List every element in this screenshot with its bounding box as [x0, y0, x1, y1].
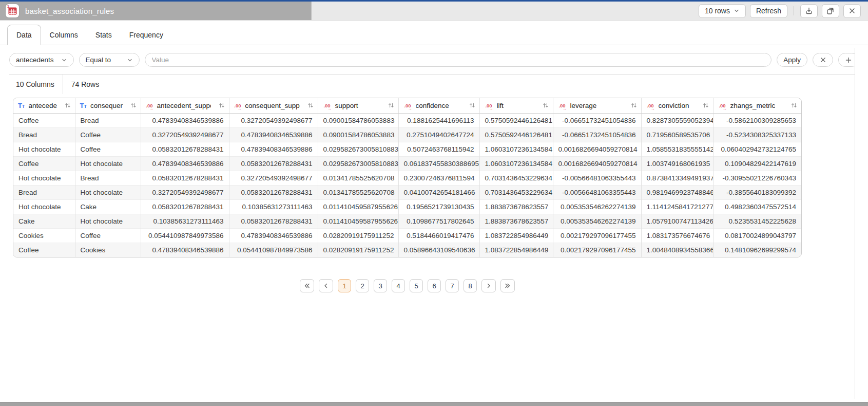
cell-conviction[interactable]: 0.719560589535706	[641, 127, 713, 142]
cell-zhangs_metric[interactable]: 0.060402942732124765	[713, 142, 801, 156]
sort-icon[interactable]	[790, 102, 798, 109]
cell-confidence[interactable]: 0.2751049402647724	[398, 127, 479, 142]
cell-consequents[interactable]: Cake	[75, 199, 141, 214]
column-header-zhangs_metric[interactable]: .00→zhangs_metric	[713, 98, 801, 113]
sort-icon[interactable]	[702, 102, 709, 109]
tab-frequency[interactable]: Frequency	[121, 25, 172, 45]
cell-confidence[interactable]: 0.5184466019417476	[398, 228, 479, 243]
cell-leverage[interactable]: 0.002179297096177455	[553, 243, 641, 257]
cell-support[interactable]: 0.01341785525620708	[318, 171, 398, 185]
cell-lift[interactable]: 1.883873678623557	[479, 214, 553, 228]
cell-antecedent_support[interactable]: 0.32720549392498677	[141, 127, 229, 142]
cell-consequent_support[interactable]: 0.32720549392498677	[229, 113, 318, 127]
cell-zhangs_metric[interactable]: 0.14810962699299574	[713, 243, 801, 257]
cell-antecedents[interactable]: Cookies	[13, 228, 75, 243]
cell-lift[interactable]: 0.7031436453229634	[479, 171, 553, 185]
page-button-8[interactable]: 8	[464, 279, 477, 292]
cell-lift[interactable]: 1.883873678623557	[479, 199, 553, 214]
sort-icon[interactable]	[542, 102, 549, 109]
cell-zhangs_metric[interactable]: 0.5235531452225628	[713, 214, 801, 228]
sort-icon[interactable]	[130, 102, 137, 109]
cell-consequent_support[interactable]: 0.47839408346539886	[229, 127, 318, 142]
cell-antecedent_support[interactable]: 0.054410987849973586	[141, 228, 229, 243]
page-button-7[interactable]: 7	[446, 279, 459, 292]
cell-antecedent_support[interactable]: 0.10385631273111463	[141, 214, 229, 228]
open-in-new-window-button[interactable]	[822, 4, 839, 18]
filter-column-dropdown[interactable]: antecedents	[9, 53, 74, 67]
cell-confidence[interactable]: 0.04100742654181466	[398, 185, 479, 199]
cell-support[interactable]: 0.02820919175911252	[318, 228, 398, 243]
cell-support[interactable]: 0.09001584786053883	[318, 127, 398, 142]
cell-antecedents[interactable]: Bread	[13, 127, 75, 142]
column-header-antecedents[interactable]: TTantecedents	[13, 98, 75, 113]
close-button[interactable]	[843, 4, 861, 18]
cell-conviction[interactable]: 1.0579100747113426	[641, 214, 713, 228]
cell-lift[interactable]: 1.083722854986449	[479, 228, 553, 243]
page-button-1[interactable]: 1	[338, 279, 351, 292]
cell-lift[interactable]: 1.0603107236134584	[479, 142, 553, 156]
cell-leverage[interactable]: -0.00566481063355443	[553, 185, 641, 199]
cell-confidence[interactable]: 0.1881625441696113	[398, 113, 479, 127]
cell-consequent_support[interactable]: 0.05832012678288431	[229, 214, 318, 228]
page-button-2[interactable]: 2	[356, 279, 369, 292]
filter-value-input[interactable]	[145, 53, 772, 67]
cell-zhangs_metric[interactable]: -0.5862100309285653	[713, 113, 801, 127]
title-bar-tab[interactable]: 1 basket_association_rules	[0, 2, 312, 20]
cell-antecedents[interactable]: Coffee	[13, 113, 75, 127]
cell-consequents[interactable]: Coffee	[75, 228, 141, 243]
cell-consequents[interactable]: Hot chocolate	[75, 156, 141, 171]
cell-consequent_support[interactable]: 0.47839408346539886	[229, 142, 318, 156]
cell-lift[interactable]: 1.083722854986449	[479, 243, 553, 257]
sort-icon[interactable]	[630, 102, 638, 109]
cell-antecedent_support[interactable]: 0.47839408346539886	[141, 243, 229, 257]
cell-leverage[interactable]: 0.002179297096177455	[553, 228, 641, 243]
cell-confidence[interactable]: 0.23007246376811594	[398, 171, 479, 185]
cell-lift[interactable]: 0.5750592446126481	[479, 127, 553, 142]
cell-antecedents[interactable]: Cake	[13, 214, 75, 228]
cell-zhangs_metric[interactable]: 0.49823603475572514	[713, 199, 801, 214]
sort-icon[interactable]	[469, 102, 476, 109]
cell-lift[interactable]: 1.0603107236134584	[479, 156, 553, 171]
cell-conviction[interactable]: 1.003749168061935	[641, 156, 713, 171]
cell-conviction[interactable]: 1.083173576674676	[641, 228, 713, 243]
cell-conviction[interactable]: 1.0585531835555142	[641, 142, 713, 156]
cell-support[interactable]: 0.011410459587955626	[318, 214, 398, 228]
cell-consequent_support[interactable]: 0.054410987849973586	[229, 243, 318, 257]
sort-icon[interactable]	[64, 102, 71, 109]
cell-consequent_support[interactable]: 0.05832012678288431	[229, 185, 318, 199]
cell-conviction[interactable]: 1.1141245841721277	[641, 199, 713, 214]
cell-conviction[interactable]: 0.8738413349491937	[641, 171, 713, 185]
cell-consequents[interactable]: Coffee	[75, 142, 141, 156]
cell-antecedent_support[interactable]: 0.47839408346539886	[141, 156, 229, 171]
column-header-support[interactable]: .00→support	[318, 98, 398, 113]
cell-conviction[interactable]: 0.8287305559052394	[641, 113, 713, 127]
cell-consequents[interactable]: Coffee	[75, 127, 141, 142]
column-header-antecedent_support[interactable]: .00→antecedent_support	[141, 98, 229, 113]
cell-antecedents[interactable]: Coffee	[13, 156, 75, 171]
cell-conviction[interactable]: 1.0048408934558366	[641, 243, 713, 257]
cell-antecedents[interactable]: Coffee	[13, 243, 75, 257]
cell-zhangs_metric[interactable]: -0.3855640183099392	[713, 185, 801, 199]
cell-confidence[interactable]: 0.05896643109540636	[398, 243, 479, 257]
refresh-button[interactable]: Refresh	[750, 4, 787, 18]
cell-antecedent_support[interactable]: 0.05832012678288431	[141, 142, 229, 156]
cell-antecedents[interactable]: Bread	[13, 185, 75, 199]
vertical-scrollbar[interactable]	[855, 48, 861, 399]
tab-stats[interactable]: Stats	[87, 25, 121, 45]
cell-consequent_support[interactable]: 0.47839408346539886	[229, 228, 318, 243]
cell-antecedents[interactable]: Hot chocolate	[13, 171, 75, 185]
cell-support[interactable]: 0.09001584786053883	[318, 113, 398, 127]
cell-leverage[interactable]: 0.005353546262274139	[553, 214, 641, 228]
page-button-6[interactable]: 6	[428, 279, 441, 292]
previous-page-button[interactable]	[319, 279, 333, 292]
cell-consequents[interactable]: Hot chocolate	[75, 214, 141, 228]
next-page-button[interactable]	[481, 279, 496, 292]
cell-zhangs_metric[interactable]: -0.5234308325337133	[713, 127, 801, 142]
last-page-button[interactable]	[500, 279, 515, 292]
export-download-button[interactable]	[800, 4, 818, 18]
page-button-3[interactable]: 3	[374, 279, 387, 292]
page-button-5[interactable]: 5	[410, 279, 423, 292]
cell-lift[interactable]: 0.7031436453229634	[479, 185, 553, 199]
page-button-4[interactable]: 4	[392, 279, 405, 292]
cell-antecedent_support[interactable]: 0.05832012678288431	[141, 199, 229, 214]
